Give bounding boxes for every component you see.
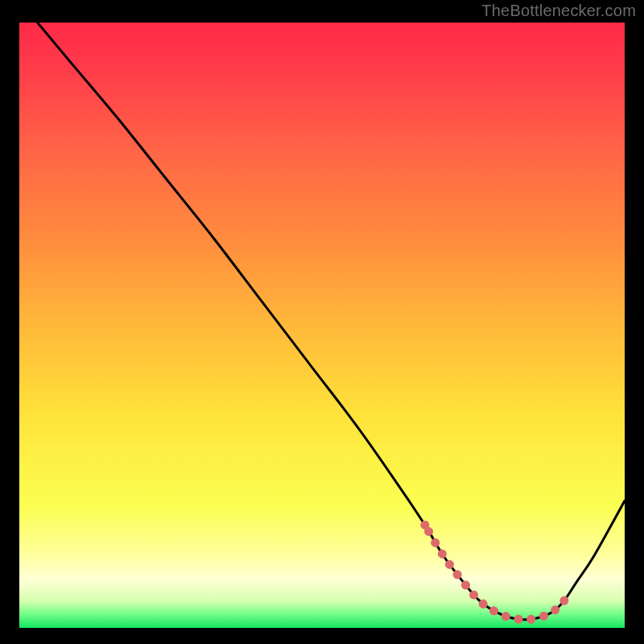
chart-container: TheBottlenecker.com	[0, 0, 644, 644]
watermark-text: TheBottlenecker.com	[481, 2, 636, 20]
plot-area	[19, 23, 625, 628]
plot-svg	[19, 23, 625, 628]
gradient-bg	[19, 23, 625, 628]
